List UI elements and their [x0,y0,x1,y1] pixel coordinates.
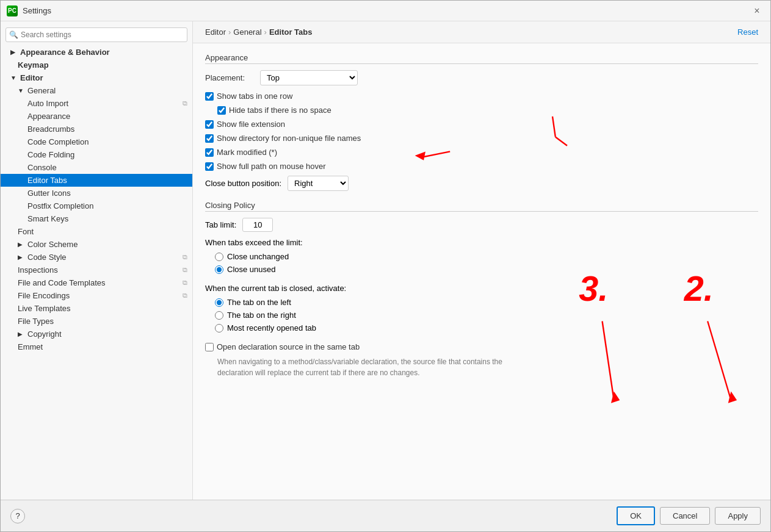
sidebar-item-editor[interactable]: ▼ Editor [1,71,192,84]
sidebar-item-copyright[interactable]: ▶ Copyright [1,328,192,340]
tab-limit-input[interactable] [242,218,273,232]
show-directory-text: Show directory for non-unique file names [217,134,361,143]
tab-on-left-label: The tab on the left [227,298,291,307]
tab-on-left-radio[interactable] [215,298,223,307]
close-btn-pos-select[interactable]: Right Left None [288,176,349,191]
sidebar-item-smart-keys[interactable]: Smart Keys [1,212,192,225]
breadcrumb-part2: General [233,27,261,37]
tab-on-right-label: The tab on the right [227,311,296,320]
hide-tabs-label[interactable]: Hide tabs if there is no space [217,106,331,115]
sidebar-item-keymap[interactable]: Keymap [1,59,192,71]
sidebar-item-auto-import[interactable]: Auto Import ⧉ [1,97,192,110]
ok-button[interactable]: OK [617,506,655,525]
reset-button[interactable]: Reset [737,27,758,37]
title-bar-left: PC Settings [7,5,51,16]
sidebar-label-gutter-icons: Gutter Icons [27,189,71,198]
show-full-path-checkbox[interactable] [205,162,214,171]
mark-modified-checkbox[interactable] [205,148,214,157]
svg-marker-6 [728,392,737,403]
close-unchanged-radio[interactable] [215,253,223,261]
sidebar-item-font[interactable]: Font [1,225,192,238]
sidebar-item-color-scheme[interactable]: ▶ Color Scheme [1,238,192,251]
expand-arrow-code-style: ▶ [18,254,25,261]
apply-button[interactable]: Apply [715,507,761,525]
breadcrumb: Editor › General › Editor Tabs [205,27,312,37]
activate-radio-group: The tab on the left The tab on the right… [215,298,758,332]
show-file-extension-checkbox[interactable] [205,120,214,129]
sidebar-item-code-folding[interactable]: Code Folding [1,148,192,161]
show-directory-label[interactable]: Show directory for non-unique file names [205,134,361,143]
copy-icon-file-templates: ⧉ [183,279,187,287]
close-unchanged-label: Close unchanged [227,252,289,261]
sidebar-label-inspections: Inspections [18,265,58,275]
svg-marker-9 [611,392,620,403]
open-declaration-label[interactable]: Open declaration source in the same tab [205,342,360,351]
sidebar-label-font: Font [18,227,34,236]
content-header: Editor › General › Editor Tabs Reset [193,21,770,43]
show-tabs-one-row-checkbox[interactable] [205,92,214,101]
sidebar: 🔍 ▶ Appearance & Behavior Keymap ▼ Edito… [1,21,193,500]
sidebar-label-file-types: File Types [18,317,54,326]
hide-tabs-row: Hide tabs if there is no space [205,106,758,115]
sidebar-item-appearance-behavior[interactable]: ▶ Appearance & Behavior [1,46,192,59]
expand-arrow-editor: ▼ [10,74,18,81]
open-declaration-text: Open declaration source in the same tab [217,342,360,351]
mark-modified-label[interactable]: Mark modified (*) [205,148,277,157]
breadcrumb-part3: Editor Tabs [269,27,313,37]
tab-limit-label: Tab limit: [205,220,236,229]
tabs-exceed-label: When tabs exceed the limit: [205,238,303,247]
sidebar-item-file-types[interactable]: File Types [1,315,192,328]
mark-modified-text: Mark modified (*) [217,148,277,157]
expand-arrow-general: ▼ [18,87,25,94]
open-declaration-checkbox[interactable] [205,343,214,351]
svg-line-5 [708,322,731,400]
sidebar-item-appearance[interactable]: Appearance [1,110,192,123]
close-unused-radio[interactable] [215,265,223,274]
sidebar-item-breadcrumbs[interactable]: Breadcrumbs [1,123,192,135]
show-file-extension-row: Show file extension [205,120,758,129]
sidebar-label-breadcrumbs: Breadcrumbs [27,124,74,134]
sidebar-item-console[interactable]: Console [1,161,192,174]
most-recently-radio[interactable] [215,324,223,332]
search-input[interactable] [5,27,187,42]
show-file-extension-label[interactable]: Show file extension [205,120,285,129]
sidebar-label-appearance-behavior: Appearance & Behavior [20,48,110,57]
footer: ? OK Cancel Apply [1,500,770,531]
content-body: Appearance Placement: Top Bottom Left Ri… [193,43,770,500]
help-button[interactable]: ? [10,509,25,523]
sidebar-item-general[interactable]: ▼ General [1,84,192,97]
window-close-button[interactable]: × [750,4,764,18]
sidebar-item-editor-tabs[interactable]: Editor Tabs [1,174,192,187]
hide-tabs-checkbox[interactable] [217,106,226,115]
show-tabs-one-row-label[interactable]: Show tabs in one row [205,92,292,101]
expand-arrow-copyright: ▶ [18,331,25,337]
sidebar-item-inspections[interactable]: Inspections ⧉ [1,264,192,276]
sidebar-item-file-encodings[interactable]: File Encodings ⧉ [1,289,192,302]
sidebar-label-code-style: Code Style [27,253,67,262]
sidebar-item-file-and-code-templates[interactable]: File and Code Templates ⧉ [1,276,192,289]
sidebar-label-live-templates: Live Templates [18,304,70,313]
sidebar-label-general: General [27,86,56,95]
sidebar-item-emmet[interactable]: Emmet [1,340,192,353]
tab-on-right-radio[interactable] [215,311,223,320]
placement-select[interactable]: Top Bottom Left Right None [260,70,358,85]
sidebar-label-editor: Editor [20,73,43,82]
closing-policy-section-title: Closing Policy [205,201,758,212]
sidebar-label-file-encodings: File Encodings [18,291,70,300]
close-unused-row: Close unused [215,265,758,274]
sidebar-label-code-folding: Code Folding [27,150,74,159]
sidebar-item-postfix-completion[interactable]: Postfix Completion [1,200,192,212]
sidebar-label-keymap: Keymap [18,60,49,70]
copy-icon-inspections: ⧉ [183,266,187,274]
expand-arrow: ▶ [10,49,18,56]
settings-window: PC Settings × 🔍 ▶ Appearance & Behavior … [0,0,771,532]
sidebar-item-live-templates[interactable]: Live Templates [1,302,192,315]
show-full-path-label[interactable]: Show full path on mouse hover [205,162,326,171]
sidebar-item-code-completion[interactable]: Code Completion [1,135,192,148]
sidebar-item-code-style[interactable]: ▶ Code Style ⧉ [1,251,192,264]
show-directory-row: Show directory for non-unique file names [205,134,758,143]
svg-line-8 [603,322,614,400]
cancel-button[interactable]: Cancel [660,507,710,525]
sidebar-item-gutter-icons[interactable]: Gutter Icons [1,187,192,200]
show-directory-checkbox[interactable] [205,134,214,143]
